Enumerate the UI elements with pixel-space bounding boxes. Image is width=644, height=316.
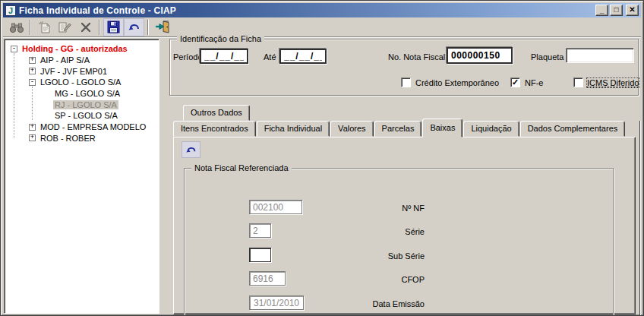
expand-icon[interactable]: +	[29, 134, 36, 141]
tree-item-lgolo[interactable]: - LGOLO - LGOLO S/A	[9, 77, 157, 88]
save-disk-icon	[107, 21, 120, 33]
tree-item-label-selected[interactable]: RJ - LGOLO S/A	[53, 100, 118, 109]
tree-item-label[interactable]: SP - LGOLO S/A	[53, 111, 119, 120]
tree-item-jvf[interactable]: + JVF - JVF EMP01	[9, 65, 157, 77]
data-emissao-input[interactable]	[249, 295, 304, 310]
undo-arrow-icon	[185, 145, 197, 155]
tree-item-label[interactable]: Holding - GG - autorizadas	[21, 44, 129, 53]
maximize-button[interactable]: □	[610, 5, 623, 16]
tree-item-aip[interactable]: + AIP - AIP S/A	[9, 55, 157, 66]
tree-item-label[interactable]: AIP - AIP S/A	[39, 55, 91, 65]
panel-right-edge	[639, 121, 640, 315]
plaqueta-input[interactable]	[566, 48, 634, 63]
tab-outros-dados[interactable]: Outros Dados	[183, 105, 250, 121]
binoculars-icon	[9, 21, 24, 33]
cfop-input[interactable]	[249, 271, 286, 286]
referenced-invoice-groupbox: Nota Fiscal Referenciada Nº NF Série Sub…	[184, 168, 614, 316]
tab-baixas[interactable]: Baixas	[422, 118, 462, 137]
expand-icon[interactable]: +	[29, 124, 36, 131]
serie-input[interactable]	[249, 223, 271, 238]
tab-dados-complementares[interactable]: Dados Complementares	[520, 121, 626, 137]
nfe-checkbox[interactable]: ✓	[510, 77, 520, 87]
nf-label: Nº NF	[402, 204, 425, 213]
tree-item-mg[interactable]: MG - LGOLO S/A	[9, 88, 157, 100]
company-tree[interactable]: - Holding - GG - autorizadas + AIP - AIP…	[4, 39, 159, 314]
collapse-icon[interactable]: -	[11, 46, 17, 52]
app-icon: J	[5, 5, 16, 16]
data-emissao-label: Data Emissão	[373, 299, 425, 308]
new-record-button[interactable]	[34, 18, 55, 36]
icms-diferido-checkbox[interactable]	[573, 77, 583, 87]
serie-label: Série	[405, 227, 425, 236]
periodo-label: Período	[173, 52, 203, 62]
plaqueta-label: Plaqueta	[531, 52, 564, 62]
tree-item-holding[interactable]: - Holding - GG - autorizadas	[9, 43, 157, 55]
minimize-button[interactable]: _	[595, 5, 608, 16]
tree-item-sp[interactable]: SP - LGOLO S/A	[9, 110, 157, 122]
new-document-icon	[38, 21, 52, 34]
tab-ficha-individual[interactable]: Ficha Individual	[257, 121, 330, 137]
tree-item-rob[interactable]: + ROB - ROBER	[9, 133, 157, 144]
collapse-icon[interactable]: -	[29, 79, 36, 86]
ate-label: Até	[264, 52, 276, 62]
exit-button[interactable]	[152, 18, 172, 36]
window-title: Ficha Individual de Controle - CIAP	[19, 5, 594, 16]
edit-record-button[interactable]	[55, 18, 75, 36]
tree-item-label[interactable]: LGOLO - LGOLO S/A	[39, 77, 122, 87]
tab-valores[interactable]: Valores	[330, 121, 373, 137]
tree-item-label[interactable]: MG - LGOLO S/A	[53, 89, 122, 98]
delete-record-button[interactable]	[75, 18, 96, 36]
tree-item-label[interactable]: ROB - ROBER	[39, 134, 97, 143]
nfe-label[interactable]: NF-e	[525, 78, 543, 87]
titlebar[interactable]: J Ficha Individual de Controle - CIAP _ …	[3, 3, 641, 17]
expand-icon[interactable]: +	[29, 68, 36, 74]
page-undo-button[interactable]	[182, 141, 200, 158]
close-button[interactable]: ✕	[626, 5, 639, 16]
baixas-tab-page: Nota Fiscal Referenciada Nº NF Série Sub…	[173, 137, 636, 314]
exit-door-icon	[155, 21, 170, 33]
identification-group-title: Identificação da Ficha	[177, 34, 264, 43]
sub-serie-label: Sub Série	[388, 251, 425, 261]
sub-serie-input[interactable]	[249, 248, 271, 262]
tree-item-rj[interactable]: RJ - LGOLO S/A	[9, 99, 157, 110]
tree-item-mod[interactable]: + MOD - EMPRESA MODELO	[9, 122, 157, 133]
save-button[interactable]	[103, 18, 124, 36]
tree-item-label[interactable]: MOD - EMPRESA MODELO	[39, 122, 147, 131]
app-window: J Ficha Individual de Controle - CIAP _ …	[0, 0, 644, 316]
toolbar	[3, 17, 641, 37]
toolbar-separator	[99, 20, 100, 35]
nota-fiscal-input[interactable]	[447, 47, 513, 64]
tab-itens-encontrados[interactable]: Itens Encontrados	[173, 121, 256, 137]
delete-x-icon	[80, 21, 92, 33]
expand-icon[interactable]: +	[29, 57, 36, 64]
cfop-label: CFOP	[401, 275, 425, 284]
icms-diferido-label[interactable]: ICMS Diferido	[587, 78, 639, 87]
ate-input[interactable]	[279, 49, 327, 64]
undo-button[interactable]	[124, 18, 144, 36]
tree-item-label[interactable]: JVF - JVF EMP01	[39, 67, 109, 76]
edit-pencil-icon	[58, 21, 72, 34]
toolbar-separator	[30, 20, 31, 35]
credito-extemporaneo-checkbox[interactable]	[401, 77, 411, 87]
search-button[interactable]	[6, 18, 27, 36]
toolbar-separator	[147, 20, 149, 35]
periodo-input[interactable]	[200, 49, 248, 64]
tab-parcelas[interactable]: Parcelas	[374, 121, 422, 137]
credito-extemporaneo-label[interactable]: Crédito Extemporâneo	[415, 78, 499, 87]
referenced-invoice-title: Nota Fiscal Referenciada	[191, 163, 292, 172]
undo-arrow-icon	[128, 22, 141, 33]
tab-liquidacao[interactable]: Liquidação	[463, 121, 519, 137]
nf-input[interactable]	[249, 200, 302, 214]
nota-fiscal-label: No. Nota Fiscal	[388, 52, 445, 62]
